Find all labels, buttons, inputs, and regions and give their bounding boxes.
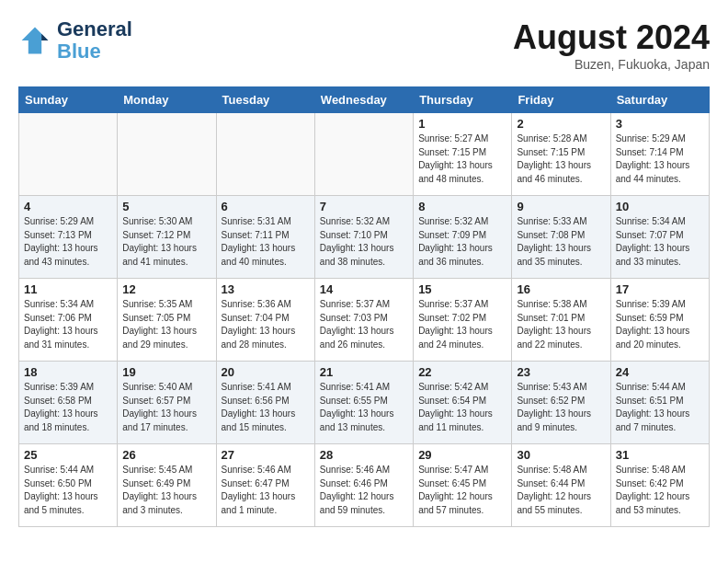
calendar-cell: 9Sunrise: 5:33 AM Sunset: 7:08 PM Daylig…: [512, 196, 610, 279]
day-info: Sunrise: 5:31 AM Sunset: 7:11 PM Dayligh…: [222, 215, 310, 269]
day-number: 23: [517, 365, 605, 379]
calendar-cell: 18Sunrise: 5:39 AM Sunset: 6:58 PM Dayli…: [19, 362, 118, 444]
day-info: Sunrise: 5:46 AM Sunset: 6:46 PM Dayligh…: [320, 464, 408, 517]
day-number: 15: [418, 282, 506, 296]
calendar-cell: [118, 113, 216, 196]
month-title: August 2024: [513, 18, 710, 57]
day-info: Sunrise: 5:48 AM Sunset: 6:42 PM Dayligh…: [616, 464, 704, 517]
day-info: Sunrise: 5:39 AM Sunset: 6:58 PM Dayligh…: [24, 381, 112, 434]
day-info: Sunrise: 5:48 AM Sunset: 6:44 PM Dayligh…: [517, 464, 605, 517]
day-number: 20: [222, 365, 310, 379]
day-info: Sunrise: 5:46 AM Sunset: 6:47 PM Dayligh…: [222, 464, 310, 517]
logo-text: General Blue: [57, 18, 132, 63]
day-info: Sunrise: 5:41 AM Sunset: 6:55 PM Dayligh…: [320, 381, 408, 434]
calendar-cell: [314, 113, 413, 196]
day-number: 28: [320, 448, 408, 462]
day-number: 1: [418, 117, 506, 131]
day-number: 30: [517, 448, 605, 462]
day-number: 7: [320, 200, 408, 213]
day-info: Sunrise: 5:37 AM Sunset: 7:03 PM Dayligh…: [320, 298, 408, 351]
calendar-cell: 20Sunrise: 5:41 AM Sunset: 6:56 PM Dayli…: [216, 362, 314, 444]
day-number: 14: [320, 282, 408, 296]
day-number: 31: [616, 448, 704, 462]
page-header: General Blue August 2024 Buzen, Fukuoka,…: [18, 18, 710, 72]
calendar-cell: 29Sunrise: 5:47 AM Sunset: 6:45 PM Dayli…: [414, 444, 512, 527]
logo-icon: [18, 24, 51, 57]
day-number: 6: [222, 200, 310, 213]
calendar-cell: 21Sunrise: 5:41 AM Sunset: 6:55 PM Dayli…: [314, 362, 413, 444]
calendar-cell: 8Sunrise: 5:32 AM Sunset: 7:09 PM Daylig…: [414, 196, 512, 279]
day-info: Sunrise: 5:34 AM Sunset: 7:07 PM Dayligh…: [616, 215, 704, 269]
weekday-header-thursday: Thursday: [414, 87, 512, 113]
day-number: 19: [122, 365, 210, 379]
weekday-header-tuesday: Tuesday: [216, 87, 314, 113]
day-number: 4: [24, 200, 112, 213]
day-number: 24: [616, 365, 704, 379]
day-info: Sunrise: 5:32 AM Sunset: 7:09 PM Dayligh…: [418, 215, 506, 269]
day-number: 10: [616, 200, 704, 213]
calendar-cell: 7Sunrise: 5:32 AM Sunset: 7:10 PM Daylig…: [314, 196, 413, 279]
calendar-cell: 15Sunrise: 5:37 AM Sunset: 7:02 PM Dayli…: [414, 279, 512, 362]
day-number: 27: [222, 448, 310, 462]
day-info: Sunrise: 5:32 AM Sunset: 7:10 PM Dayligh…: [320, 215, 408, 269]
day-info: Sunrise: 5:35 AM Sunset: 7:05 PM Dayligh…: [122, 298, 210, 351]
calendar-cell: 12Sunrise: 5:35 AM Sunset: 7:05 PM Dayli…: [118, 279, 216, 362]
day-info: Sunrise: 5:45 AM Sunset: 6:49 PM Dayligh…: [122, 464, 210, 517]
calendar-cell: 11Sunrise: 5:34 AM Sunset: 7:06 PM Dayli…: [19, 279, 118, 362]
weekday-header-wednesday: Wednesday: [314, 87, 413, 113]
logo: General Blue: [18, 18, 132, 63]
week-row-1: 1Sunrise: 5:27 AM Sunset: 7:15 PM Daylig…: [19, 113, 710, 196]
calendar-cell: 10Sunrise: 5:34 AM Sunset: 7:07 PM Dayli…: [610, 196, 709, 279]
day-number: 13: [222, 282, 310, 296]
calendar-cell: 19Sunrise: 5:40 AM Sunset: 6:57 PM Dayli…: [118, 362, 216, 444]
weekday-header-sunday: Sunday: [19, 87, 118, 113]
day-number: 29: [418, 448, 506, 462]
calendar-cell: 2Sunrise: 5:28 AM Sunset: 7:15 PM Daylig…: [512, 113, 610, 196]
day-number: 18: [24, 365, 112, 379]
calendar-cell: 27Sunrise: 5:46 AM Sunset: 6:47 PM Dayli…: [216, 444, 314, 527]
weekday-header-saturday: Saturday: [610, 87, 709, 113]
day-number: 17: [616, 282, 704, 296]
calendar-cell: 14Sunrise: 5:37 AM Sunset: 7:03 PM Dayli…: [314, 279, 413, 362]
day-info: Sunrise: 5:38 AM Sunset: 7:01 PM Dayligh…: [517, 298, 605, 351]
day-number: 9: [517, 200, 605, 213]
week-row-4: 18Sunrise: 5:39 AM Sunset: 6:58 PM Dayli…: [19, 362, 710, 444]
day-number: 5: [122, 200, 210, 213]
weekday-header-monday: Monday: [118, 87, 216, 113]
day-number: 11: [24, 282, 112, 296]
day-info: Sunrise: 5:44 AM Sunset: 6:51 PM Dayligh…: [616, 381, 704, 434]
day-info: Sunrise: 5:42 AM Sunset: 6:54 PM Dayligh…: [418, 381, 506, 434]
calendar-cell: 16Sunrise: 5:38 AM Sunset: 7:01 PM Dayli…: [512, 279, 610, 362]
calendar-cell: 26Sunrise: 5:45 AM Sunset: 6:49 PM Dayli…: [118, 444, 216, 527]
day-info: Sunrise: 5:41 AM Sunset: 6:56 PM Dayligh…: [222, 381, 310, 434]
calendar-cell: 3Sunrise: 5:29 AM Sunset: 7:14 PM Daylig…: [610, 113, 709, 196]
calendar-cell: 22Sunrise: 5:42 AM Sunset: 6:54 PM Dayli…: [414, 362, 512, 444]
day-number: 12: [122, 282, 210, 296]
day-info: Sunrise: 5:40 AM Sunset: 6:57 PM Dayligh…: [122, 381, 210, 434]
day-number: 22: [418, 365, 506, 379]
calendar-cell: 17Sunrise: 5:39 AM Sunset: 6:59 PM Dayli…: [610, 279, 709, 362]
day-info: Sunrise: 5:33 AM Sunset: 7:08 PM Dayligh…: [517, 215, 605, 269]
day-info: Sunrise: 5:29 AM Sunset: 7:14 PM Dayligh…: [616, 132, 704, 186]
day-number: 3: [616, 117, 704, 131]
calendar-cell: 30Sunrise: 5:48 AM Sunset: 6:44 PM Dayli…: [512, 444, 610, 527]
calendar-cell: 28Sunrise: 5:46 AM Sunset: 6:46 PM Dayli…: [314, 444, 413, 527]
week-row-5: 25Sunrise: 5:44 AM Sunset: 6:50 PM Dayli…: [19, 444, 710, 527]
day-info: Sunrise: 5:36 AM Sunset: 7:04 PM Dayligh…: [222, 298, 310, 351]
day-number: 25: [24, 448, 112, 462]
calendar-cell: 6Sunrise: 5:31 AM Sunset: 7:11 PM Daylig…: [216, 196, 314, 279]
day-info: Sunrise: 5:27 AM Sunset: 7:15 PM Dayligh…: [418, 132, 506, 186]
location: Buzen, Fukuoka, Japan: [513, 57, 710, 72]
calendar-cell: 23Sunrise: 5:43 AM Sunset: 6:52 PM Dayli…: [512, 362, 610, 444]
logo-line2: Blue: [57, 40, 132, 63]
day-number: 16: [517, 282, 605, 296]
logo-line1: General: [57, 18, 132, 40]
title-block: August 2024 Buzen, Fukuoka, Japan: [513, 18, 710, 72]
day-info: Sunrise: 5:43 AM Sunset: 6:52 PM Dayligh…: [517, 381, 605, 434]
calendar-cell: [19, 113, 118, 196]
week-row-2: 4Sunrise: 5:29 AM Sunset: 7:13 PM Daylig…: [19, 196, 710, 279]
calendar-cell: [216, 113, 314, 196]
week-row-3: 11Sunrise: 5:34 AM Sunset: 7:06 PM Dayli…: [19, 279, 710, 362]
day-info: Sunrise: 5:39 AM Sunset: 6:59 PM Dayligh…: [616, 298, 704, 351]
day-number: 21: [320, 365, 408, 379]
